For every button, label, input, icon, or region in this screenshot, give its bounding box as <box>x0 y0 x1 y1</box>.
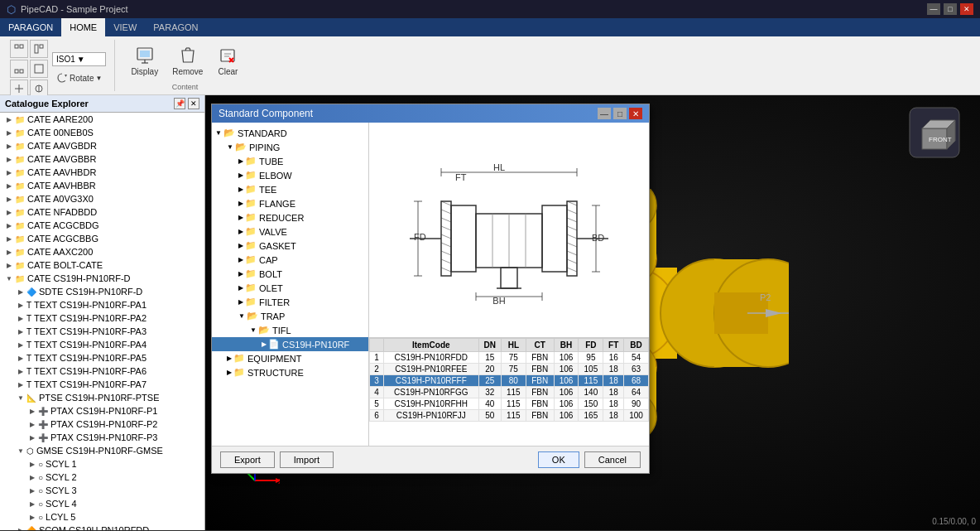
catalogue-tree-item[interactable]: ▶○SCYL 4 <box>0 497 204 510</box>
catalogue-tree-item[interactable]: ▶➕PTAX CS19H-PN10RF-P2 <box>0 418 204 431</box>
table-row[interactable]: 5CS19H-PN10RFHH40115FBN1061501890 <box>370 398 649 410</box>
dialog-tree-expander[interactable]: ▶ <box>238 186 243 193</box>
tree-expander[interactable]: ▶ <box>15 524 26 530</box>
tree-expander[interactable]: ▶ <box>15 339 26 350</box>
dialog-tree-item[interactable]: ▶📁FLANGE <box>212 196 368 210</box>
minimize-btn[interactable]: — <box>927 3 940 15</box>
rotate-btn[interactable]: Rotate ▼ <box>50 70 108 88</box>
close-btn[interactable]: ✕ <box>960 3 973 15</box>
dialog-tree-item[interactable]: ▶📁TUBE <box>212 154 368 168</box>
nav-cube[interactable]: FRONT <box>906 104 963 162</box>
catalogue-tree-item[interactable]: ▶TTEXT CS19H-PN10RF-PA7 <box>0 378 204 391</box>
table-row[interactable]: 4CS19H-PN10RFGG32115FBN1061401864 <box>370 387 649 398</box>
catalogue-tree-item[interactable]: ▶○LCYL 5 <box>0 510 204 524</box>
tree-expander[interactable]: ▶ <box>3 259 15 271</box>
tree-expander[interactable]: ▶ <box>26 418 38 430</box>
tree-expander[interactable]: ▶ <box>3 167 15 178</box>
tree-expander[interactable]: ▶ <box>15 312 26 324</box>
dialog-tree-expander[interactable]: ▶ <box>227 355 232 362</box>
dialog-tree-expander[interactable]: ▶ <box>238 256 243 263</box>
tree-expander[interactable]: ▶ <box>26 485 38 496</box>
dialog-tree-expander[interactable]: ▼ <box>215 129 222 137</box>
dialog-tree-expander[interactable]: ▶ <box>238 214 243 221</box>
dialog-tree-expander[interactable]: ▶ <box>238 298 243 306</box>
remove-btn[interactable]: Remove <box>166 42 209 80</box>
catalogue-tree-item[interactable]: ▶○SCYL 2 <box>0 471 204 484</box>
tree-expander[interactable]: ▶ <box>3 246 15 258</box>
table-row[interactable]: 3CS19H-PN10RFFF2580FBN1061151868 <box>370 375 649 387</box>
view-btn-1[interactable] <box>10 40 28 58</box>
dialog-min-btn[interactable]: — <box>598 108 611 119</box>
catalogue-tree-item[interactable]: ▶📁CATE A0VG3X0 <box>0 192 204 205</box>
dialog-tree-expander[interactable]: ▶ <box>238 228 243 235</box>
catalogue-tree-item[interactable]: ▶📁CATE 00NEB0S <box>0 126 204 139</box>
catalogue-tree-item[interactable]: ▶➕PTAX CS19H-PN10RF-P1 <box>0 404 204 418</box>
catalogue-tree-item[interactable]: ▶➕PTAX CS19H-PN10RF-P3 <box>0 431 204 444</box>
dialog-tree-expander[interactable]: ▶ <box>227 369 232 376</box>
tree-expander[interactable]: ▶ <box>3 140 15 152</box>
catalogue-tree-item[interactable]: ▶TTEXT CS19H-PN10RF-PA2 <box>0 311 204 325</box>
dialog-tree-expander[interactable]: ▶ <box>238 284 243 292</box>
dialog-tree-expander[interactable]: ▶ <box>238 270 243 278</box>
maximize-btn[interactable]: □ <box>944 3 957 15</box>
dialog-tree-item[interactable]: ▼📂PIPING <box>212 140 368 154</box>
catalogue-tree-item[interactable]: ▼📐PTSE CS19H-PN10RF-PTSE <box>0 391 204 404</box>
dialog-tree-item[interactable]: ▶📁ELBOW <box>212 168 368 182</box>
tree-expander[interactable]: ▶ <box>26 511 38 523</box>
catalogue-tree-item[interactable]: ▶📁CATE AAVGBBR <box>0 152 204 166</box>
dialog-tree-expander[interactable]: ▼ <box>250 326 257 334</box>
cat-pin-btn[interactable]: 📌 <box>174 98 185 109</box>
dialog-tree-expander[interactable]: ▶ <box>262 340 267 348</box>
dialog-tree-item[interactable]: ▶📁REDUCER <box>212 210 368 224</box>
catalogue-tree-item[interactable]: ▶TTEXT CS19H-PN10RF-PA3 <box>0 325 204 338</box>
catalogue-tree-item[interactable]: ▼⬡GMSE CS19H-PN10RF-GMSE <box>0 444 204 457</box>
catalogue-tree-item[interactable]: ▶🔷SDTE CS19H-PN10RF-D <box>0 285 204 298</box>
dialog-tree-expander[interactable]: ▶ <box>238 171 243 179</box>
catalogue-tree-item[interactable]: ▶📁CATE AARE200 <box>0 113 204 126</box>
tab-home[interactable]: HOME <box>61 18 105 36</box>
tree-expander[interactable]: ▶ <box>3 206 15 218</box>
catalogue-tree-item[interactable]: ▶TTEXT CS19H-PN10RF-PA5 <box>0 351 204 364</box>
dialog-tree-expander[interactable]: ▶ <box>238 242 243 249</box>
dialog-tree-item[interactable]: ▼📂TIFL <box>212 323 368 337</box>
tree-expander[interactable]: ▶ <box>26 498 38 509</box>
catalogue-tree-item[interactable]: ▶📁CATE ACGCBDG <box>0 219 204 232</box>
catalogue-tree-item[interactable]: ▶○SCYL 3 <box>0 484 204 497</box>
view-btn-2[interactable] <box>30 40 48 58</box>
dialog-tree-item[interactable]: ▶📁TEE <box>212 182 368 196</box>
tree-expander[interactable]: ▶ <box>15 365 26 377</box>
tree-expander[interactable]: ▶ <box>3 127 15 138</box>
tree-expander[interactable]: ▶ <box>15 352 26 364</box>
tree-expander[interactable]: ▶ <box>26 471 38 483</box>
dialog-tree-item[interactable]: ▶📁VALVE <box>212 224 368 239</box>
iso-dropdown[interactable]: ISO1 ▼ <box>52 52 106 66</box>
dialog-tree-item[interactable]: ▶📁OLET <box>212 281 368 295</box>
dialog-tree-item[interactable]: ▶📁FILTER <box>212 295 368 309</box>
dialog-tree-expander[interactable]: ▶ <box>238 200 243 207</box>
cat-close-btn[interactable]: ✕ <box>188 98 199 109</box>
dialog-tree-item[interactable]: ▶📁EQUIPMENT <box>212 351 368 365</box>
catalogue-tree-item[interactable]: ▶📁CATE NFADBDD <box>0 205 204 219</box>
tab-paragon-left[interactable]: PARAGON <box>0 18 61 36</box>
dialog-close-btn[interactable]: ✕ <box>629 108 642 119</box>
tree-expander[interactable]: ▶ <box>15 299 26 311</box>
catalogue-tree-item[interactable]: ▶○SCYL 1 <box>0 457 204 471</box>
tree-expander[interactable]: ▶ <box>3 153 15 165</box>
tree-expander[interactable]: ▶ <box>15 379 26 390</box>
dialog-tree-item[interactable]: ▼📂TRAP <box>212 309 368 323</box>
catalogue-tree-item[interactable]: ▶🔶SCOM CS19H-PN10RFDD <box>0 524 204 530</box>
catalogue-tree-item[interactable]: ▶📁CATE AAXC200 <box>0 245 204 258</box>
dialog-tree-item[interactable]: ▶📄CS19H-PN10RF <box>212 337 368 351</box>
tree-expander[interactable]: ▶ <box>3 113 15 125</box>
dialog-tree-expander[interactable]: ▶ <box>238 157 243 165</box>
clear-btn[interactable]: Clear <box>211 42 244 80</box>
import-btn[interactable]: Import <box>280 451 334 468</box>
export-btn[interactable]: Export <box>220 451 275 468</box>
catalogue-tree-item[interactable]: ▶📁CATE AAVHBBR <box>0 179 204 192</box>
catalogue-tree-item[interactable]: ▶📁CATE AAVHBDR <box>0 166 204 179</box>
table-row[interactable]: 1CS19H-PN10RFDD1575FBN106951654 <box>370 352 649 364</box>
tree-expander[interactable]: ▶ <box>3 180 15 191</box>
catalogue-tree-item[interactable]: ▼📁CATE CS19H-PN10RF-D <box>0 272 204 285</box>
tree-expander[interactable]: ▼ <box>15 445 26 456</box>
catalogue-tree-item[interactable]: ▶TTEXT CS19H-PN10RF-PA4 <box>0 338 204 351</box>
